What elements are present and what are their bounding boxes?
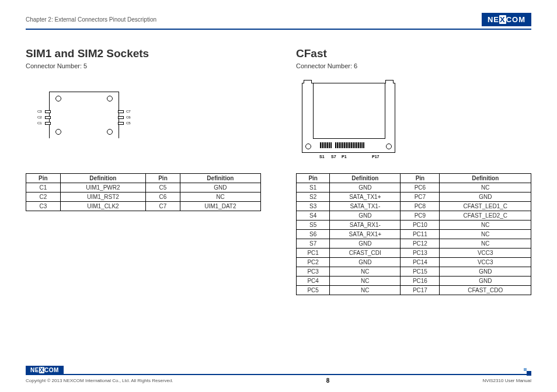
sim-pin [45,116,51,119]
sim-pin-label: C1 [37,121,42,125]
cell: PC13 [401,249,440,258]
sim-pin-label: C5 [126,121,131,125]
cell: C7 [146,202,180,211]
table-row: PC1CFAST_CDIPC13VCC3 [297,249,531,258]
col-header: Pin [146,174,180,183]
sim-pin [118,122,124,125]
cfast-subtitle: Connector Number: 6 [296,62,531,69]
header-rule [26,29,531,30]
cell: C2 [26,192,61,202]
cell: GND [440,276,531,286]
cell: PC3 [297,267,330,276]
chapter-label: Chapter 2: External Connectors Pinout De… [26,16,156,23]
cell: SATA_RX1+ [330,230,401,239]
table-row: S3SATA_TX1-PC8CFAST_LED1_C [297,202,531,211]
cell: SATA_TX1- [330,202,401,211]
col-header: Definition [180,174,260,183]
sim-body-outline [49,92,119,138]
cell: S4 [297,211,330,220]
cell: PC2 [297,258,330,267]
cell: S3 [297,202,330,211]
cell: PC1 [297,249,330,258]
cell: GND [440,267,531,276]
cell: VCC3 [440,258,531,267]
cfast-mount-hole [386,144,392,149]
cell: GND [330,258,401,267]
sim-pin [45,110,51,113]
col-header: Definition [440,174,531,183]
cell: S6 [297,230,330,239]
sim-section: SIM1 and SIM2 Sockets Connector Number: … [26,47,261,295]
content-area: SIM1 and SIM2 Sockets Connector Number: … [26,47,531,295]
sim-subtitle: Connector Number: 5 [26,62,261,69]
cell: UIM1_DAT2 [180,202,260,211]
page-number: 8 [326,377,330,384]
sim-mount-hole [107,96,113,102]
table-row: S7GNDPC12NC [297,239,531,249]
cell: CFAST_CDI [330,249,401,258]
cell: PC8 [401,202,440,211]
table-row: S6SATA_RX1+PC11NC [297,230,531,239]
cell: PC10 [401,220,440,230]
col-header: Pin [26,174,61,183]
cell: NC [440,230,531,239]
sim-diagram: C3 C2 C1 C7 C6 C5 [26,80,261,162]
table-row: S5SATA_RX1-PC10NC [297,220,531,230]
sim-pin-label: C6 [126,116,131,119]
cfast-pin-label: S7 [331,155,336,159]
sim-pin-label: C7 [126,110,131,113]
cell: NC [440,239,531,249]
cell: GND [330,239,401,249]
cell: PC6 [401,183,440,192]
sim-mount-hole [55,129,61,135]
copyright-text: Copyright © 2013 NEXCOM International Co… [26,378,173,383]
sim-pin [118,116,124,119]
col-header: Definition [330,174,401,183]
table-row: S1GNDPC6NC [297,183,531,192]
footer-logo: NEXCOM [26,366,64,374]
cell: CFAST_CDO [440,286,531,295]
cell: PC15 [401,267,440,276]
table-row: S4GNDPC9CFAST_LED2_C [297,211,531,220]
sim-title: SIM1 and SIM2 Sockets [26,47,261,60]
cell: GND [330,183,401,192]
col-header: Pin [297,174,330,183]
cell: PC7 [401,192,440,202]
cell: NC [330,267,401,276]
cfast-pinout-table: PinDefinitionPinDefinition S1GNDPC6NCS2S… [296,173,531,295]
cfast-inner-outline [313,83,385,139]
cell: GND [440,192,531,202]
cell: S7 [297,239,330,249]
cfast-tab [385,80,394,83]
cfast-title: CFast [296,47,531,60]
cell: C1 [26,183,61,192]
table-row: C2UIM1_RST2C6NC [26,192,261,202]
cell: C6 [146,192,180,202]
cfast-outline [302,83,395,153]
cell: PC9 [401,211,440,220]
cfast-pin-label: S1 [319,155,325,159]
cell: PC11 [401,230,440,239]
sim-mount-hole [107,129,113,135]
sim-mount-hole [55,96,61,102]
cfast-section: CFast Connector Number: 6 S1 S7 P1 P17 [296,47,531,295]
cell: GND [180,183,260,192]
cell: PC14 [401,258,440,267]
sim-pin [45,122,51,125]
table-row: PC4NCPC16GND [297,276,531,286]
sim-pin-label: C2 [37,116,42,119]
cell: CFAST_LED1_C [440,202,531,211]
cell: SATA_RX1- [330,220,401,230]
cfast-pin-label: P17 [372,155,379,159]
cfast-pin-label: P1 [342,155,347,159]
cfast-tab [304,80,312,83]
cell: GND [330,211,401,220]
sim-pin-label: C3 [37,110,42,113]
page-footer: Copyright © 2013 NEXCOM International Co… [26,374,531,384]
cell: S5 [297,220,330,230]
page-header: Chapter 2: External Connectors Pinout De… [26,13,531,26]
cell: S1 [297,183,330,192]
table-row: C3UIM1_CLK2C7UIM1_DAT2 [26,202,261,211]
table-row: S2SATA_TX1+PC7GND [297,192,531,202]
cell: UIM1_RST2 [60,192,146,202]
